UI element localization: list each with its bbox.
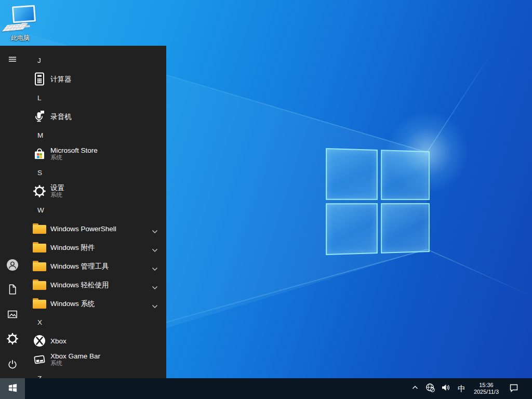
section-letter[interactable]: Z [25, 369, 166, 378]
start-menu-rail [0, 46, 25, 378]
folder-icon [33, 222, 46, 235]
folder-item-windows-ease-of-access[interactable]: Windows 轻松使用 [25, 275, 166, 294]
folder-icon [33, 278, 46, 291]
hamburger-menu-icon [7, 54, 18, 66]
action-center-icon [509, 383, 518, 394]
settings-gear-icon [33, 184, 46, 198]
clock-time: 15:36 [474, 382, 499, 389]
action-center-button[interactable] [503, 378, 525, 399]
calculator-icon [33, 72, 46, 86]
microsoft-store-icon [33, 147, 46, 161]
windows-logo-pane [326, 148, 378, 200]
start-menu-app-list: J 计算器 [25, 51, 166, 378]
section-letter[interactable]: X [25, 313, 166, 331]
chevron-up-icon [411, 383, 419, 394]
xbox-icon [33, 334, 46, 348]
chevron-down-icon[interactable] [152, 283, 158, 292]
power-button[interactable] [0, 353, 25, 377]
windows-start-icon [8, 383, 18, 395]
start-menu: J 计算器 [0, 46, 166, 378]
desktop: 此电脑 [0, 0, 532, 399]
chevron-down-icon[interactable] [152, 301, 158, 311]
voice-recorder-icon [33, 110, 46, 123]
app-item-voice-recorder[interactable]: 录音机 [25, 107, 166, 126]
network-globe-offline-icon [425, 383, 435, 394]
folder-icon [33, 297, 46, 310]
volume-icon [441, 383, 450, 394]
section-letter[interactable]: L [25, 88, 166, 107]
windows-logo-wallpaper [326, 148, 430, 255]
chevron-down-icon[interactable] [152, 245, 158, 255]
start-button[interactable] [0, 378, 25, 399]
network-status-button[interactable] [422, 378, 438, 399]
app-item-calculator[interactable]: 计算器 [25, 70, 166, 88]
documents-button[interactable] [0, 278, 25, 302]
folder-item-windows-system[interactable]: Windows 系统 [25, 294, 166, 313]
windows-logo-pane [381, 150, 430, 200]
folder-item-windows-accessories[interactable]: Windows 附件 [25, 238, 166, 257]
section-letter[interactable]: M [25, 126, 166, 144]
xbox-game-bar-icon [33, 353, 46, 366]
system-tray: 中 15:36 2025/11/3 [408, 378, 532, 399]
folder-item-windows-powershell[interactable]: Windows PowerShell [25, 219, 166, 238]
volume-button[interactable] [438, 378, 454, 399]
app-item-xbox-game-bar[interactable]: Xbox Game Bar 系统 [25, 350, 166, 369]
settings-gear-icon [6, 332, 19, 347]
taskbar: 中 15:36 2025/11/3 [0, 378, 532, 399]
monitor-icon [12, 5, 36, 23]
folder-icon [33, 259, 46, 273]
keyboard-icon [2, 23, 29, 32]
tray-show-hidden-icons-button[interactable] [408, 378, 422, 399]
this-pc-label: 此电脑 [4, 34, 36, 43]
hamburger-menu-button[interactable] [0, 48, 25, 72]
ime-language-indicator[interactable]: 中 [454, 384, 470, 394]
chevron-down-icon[interactable] [152, 227, 158, 236]
section-letter[interactable]: J [25, 51, 166, 70]
documents-icon [7, 284, 18, 297]
windows-logo-pane [326, 203, 378, 255]
settings-button[interactable] [0, 328, 25, 352]
folder-item-windows-admin-tools[interactable]: Windows 管理工具 [25, 257, 166, 275]
app-item-microsoft-store[interactable]: Microsoft Store 系统 [25, 144, 166, 163]
this-pc-desktop-icon[interactable]: 此电脑 [4, 4, 36, 42]
clock[interactable]: 15:36 2025/11/3 [470, 382, 503, 395]
power-icon [7, 358, 18, 372]
app-item-xbox[interactable]: Xbox [25, 331, 166, 350]
user-account-button[interactable] [0, 254, 25, 278]
computer-icon [4, 4, 36, 32]
chevron-down-icon[interactable] [152, 264, 158, 273]
pictures-icon [7, 309, 18, 322]
wallpaper-ray [427, 249, 532, 298]
folder-icon [33, 241, 46, 254]
section-letter[interactable]: S [25, 163, 166, 182]
pictures-button[interactable] [0, 303, 25, 327]
section-letter[interactable]: W [25, 201, 166, 219]
windows-logo-pane [381, 203, 430, 254]
app-item-settings[interactable]: 设置 系统 [25, 182, 166, 201]
clock-date: 2025/11/3 [474, 389, 499, 395]
user-avatar-icon [6, 259, 19, 273]
